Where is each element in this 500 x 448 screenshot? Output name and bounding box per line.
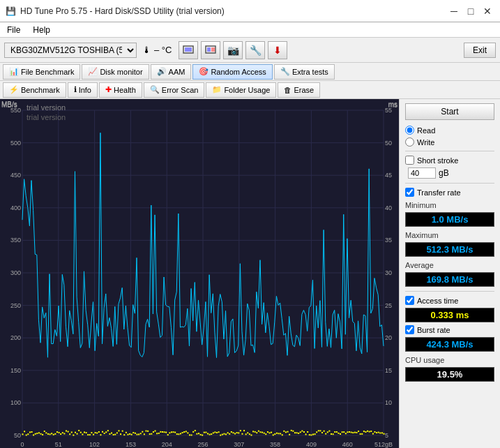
nav-error-scan[interactable]: 🔍 Error Scan — [144, 82, 205, 98]
nav-file-benchmark[interactable]: 📊 File Benchmark — [3, 64, 80, 80]
cpu-usage-value: 19.5% — [405, 367, 494, 382]
temperature-value: – °C — [154, 45, 172, 55]
minimize-button[interactable]: ─ — [447, 4, 461, 18]
short-stroke-row: Short stroke — [405, 156, 494, 165]
toolbar: KBG30ZMV512G TOSHIBA (512 gB) 🌡 – °C 📷 🔧… — [0, 38, 500, 63]
short-stroke-label: Short stroke — [417, 156, 458, 165]
nav-disk-monitor[interactable]: 📈 Disk monitor — [82, 64, 149, 80]
temperature-display: 🌡 – °C — [142, 45, 172, 55]
write-radio-row: Write — [405, 137, 494, 147]
error-scan-icon: 🔍 — [150, 85, 160, 94]
aam-icon: 🔊 — [157, 67, 167, 76]
file-benchmark-icon: 📊 — [9, 67, 19, 76]
benchmark-icon: ⚡ — [9, 85, 19, 94]
read-radio[interactable] — [405, 126, 414, 135]
extra-tests-icon: 🔧 — [280, 67, 290, 76]
write-label: Write — [417, 138, 434, 147]
transfer-rate-checkbox[interactable] — [405, 188, 414, 197]
transfer-rate-label: Transfer rate — [417, 188, 461, 197]
thermometer-icon: 🌡 — [142, 45, 151, 55]
nav-benchmark[interactable]: ⚡ Benchmark — [3, 82, 66, 98]
title-left: 💾 HD Tune Pro 5.75 - Hard Disk/SSD Utili… — [6, 6, 225, 16]
window-title: HD Tune Pro 5.75 - Hard Disk/SSD Utility… — [20, 6, 225, 16]
nav-extra-tests[interactable]: 🔧 Extra tests — [274, 64, 335, 80]
benchmark-chart — [0, 99, 399, 448]
exit-button[interactable]: Exit — [464, 43, 496, 58]
window-controls: ─ □ ✕ — [447, 4, 494, 18]
close-button[interactable]: ✕ — [480, 4, 494, 18]
read-label: Read — [417, 126, 435, 135]
ms-axis-label: ms — [388, 100, 397, 108]
burst-rate-row: Burst rate — [405, 325, 494, 334]
average-label: Average — [405, 261, 494, 269]
svg-rect-1 — [185, 47, 192, 52]
random-access-icon: 🎯 — [199, 67, 209, 76]
toolbar-btn-2[interactable] — [201, 41, 220, 59]
nav-erase[interactable]: 🗑 Erase — [278, 82, 320, 98]
nav-aam[interactable]: 🔊 AAM — [151, 64, 192, 80]
read-radio-row: Read — [405, 126, 494, 135]
folder-usage-icon: 📁 — [212, 85, 222, 94]
maximize-button[interactable]: □ — [464, 4, 478, 18]
toolbar-btn-3[interactable]: 📷 — [223, 41, 243, 59]
access-time-checkbox[interactable] — [405, 296, 414, 305]
divider-3 — [405, 291, 494, 292]
access-time-value: 0.333 ms — [405, 308, 494, 322]
chart-watermark: trial version — [26, 103, 66, 112]
short-stroke-checkbox[interactable] — [405, 156, 414, 165]
start-button[interactable]: Start — [405, 103, 494, 120]
access-time-label: Access time — [417, 297, 458, 305]
transfer-rate-row: Transfer rate — [405, 188, 494, 197]
info-icon: ℹ — [74, 85, 77, 94]
drive-select[interactable]: KBG30ZMV512G TOSHIBA (512 gB) — [4, 43, 137, 58]
main-content: trial version MB/s ms Start Read Write S… — [0, 99, 500, 448]
chart-area: trial version MB/s ms — [0, 99, 399, 448]
nav-random-access[interactable]: 🎯 Random Access — [192, 64, 272, 80]
menu-file[interactable]: File — [4, 24, 23, 36]
menu-help[interactable]: Help — [30, 24, 53, 36]
burst-rate-label: Burst rate — [417, 326, 450, 334]
app-icon: 💾 — [6, 6, 16, 16]
minimum-value: 1.0 MB/s — [405, 212, 494, 227]
mb-axis-label: MB/s — [1, 100, 17, 108]
access-time-row: Access time — [405, 296, 494, 305]
maximum-value: 512.3 MB/s — [405, 242, 494, 257]
burst-rate-value: 424.3 MB/s — [405, 337, 494, 352]
toolbar-btn-5[interactable]: ⬇ — [268, 41, 287, 59]
svg-rect-4 — [211, 47, 215, 52]
stroke-input-row: gB — [408, 167, 494, 179]
nav-row1: 📊 File Benchmark 📈 Disk monitor 🔊 AAM 🎯 … — [0, 63, 500, 81]
cpu-usage-label: CPU usage — [405, 356, 494, 364]
nav-info[interactable]: ℹ Info — [68, 82, 98, 98]
burst-rate-checkbox[interactable] — [405, 325, 414, 334]
write-radio[interactable] — [405, 137, 414, 147]
divider-2 — [405, 183, 494, 184]
right-panel: Start Read Write Short stroke gB Transfe… — [399, 99, 500, 448]
disk-monitor-icon: 📈 — [88, 67, 98, 76]
title-bar: 💾 HD Tune Pro 5.75 - Hard Disk/SSD Utili… — [0, 0, 500, 22]
erase-icon: 🗑 — [284, 86, 291, 94]
toolbar-btn-1[interactable] — [179, 41, 198, 59]
average-value: 169.8 MB/s — [405, 272, 494, 287]
svg-rect-3 — [207, 47, 211, 52]
divider-1 — [405, 151, 494, 151]
stroke-unit-label: gB — [439, 168, 449, 178]
maximum-label: Maximum — [405, 231, 494, 239]
nav-health[interactable]: ✚ Health — [99, 82, 142, 98]
minimum-label: Minimum — [405, 201, 494, 209]
stroke-value-input[interactable] — [408, 167, 436, 179]
health-icon: ✚ — [105, 85, 112, 94]
menu-bar: File Help — [0, 22, 500, 38]
toolbar-btn-4[interactable]: 🔧 — [245, 41, 265, 59]
nav-row2: ⚡ Benchmark ℹ Info ✚ Health 🔍 Error Scan… — [0, 81, 500, 99]
nav-folder-usage[interactable]: 📁 Folder Usage — [206, 82, 276, 98]
